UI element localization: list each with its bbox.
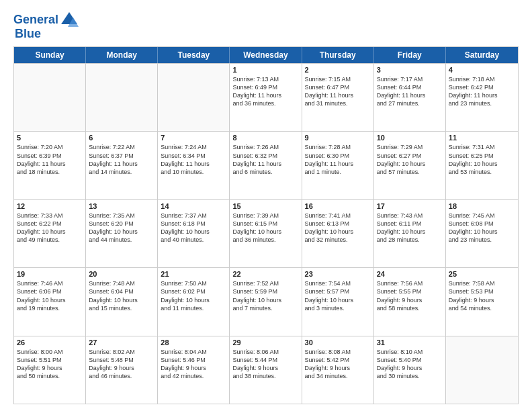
calendar-cell-day-14: 14Sunrise: 7:37 AM Sunset: 6:18 PM Dayli… [158, 200, 230, 267]
day-info: Sunrise: 7:46 AM Sunset: 6:06 PM Dayligh… [17, 279, 83, 312]
calendar-cell-day-4: 4Sunrise: 7:18 AM Sunset: 6:42 PM Daylig… [446, 64, 518, 131]
calendar-row-3: 12Sunrise: 7:33 AM Sunset: 6:22 PM Dayli… [14, 199, 518, 267]
day-number: 29 [232, 338, 298, 347]
day-number: 2 [305, 66, 371, 74]
calendar-cell-day-2: 2Sunrise: 7:15 AM Sunset: 6:47 PM Daylig… [302, 64, 374, 131]
calendar: SundayMondayTuesdayWednesdayThursdayFrid… [13, 46, 519, 404]
day-info: Sunrise: 7:26 AM Sunset: 6:32 PM Dayligh… [232, 143, 298, 176]
calendar-body: 1Sunrise: 7:13 AM Sunset: 6:49 PM Daylig… [14, 63, 518, 404]
day-info: Sunrise: 7:15 AM Sunset: 6:47 PM Dayligh… [305, 75, 371, 108]
day-info: Sunrise: 7:37 AM Sunset: 6:18 PM Dayligh… [161, 212, 226, 244]
header-cell-wednesday: Wednesday [230, 47, 302, 63]
day-info: Sunrise: 7:13 AM Sunset: 6:49 PM Dayligh… [232, 75, 298, 108]
day-number: 23 [305, 270, 371, 278]
day-number: 4 [449, 66, 515, 74]
calendar-cell-day-25: 25Sunrise: 7:58 AM Sunset: 5:53 PM Dayli… [446, 268, 518, 335]
day-number: 9 [305, 134, 371, 142]
day-info: Sunrise: 8:04 AM Sunset: 5:46 PM Dayligh… [161, 348, 226, 381]
calendar-row-4: 19Sunrise: 7:46 AM Sunset: 6:06 PM Dayli… [14, 267, 518, 335]
calendar-cell-day-23: 23Sunrise: 7:54 AM Sunset: 5:57 PM Dayli… [302, 268, 374, 335]
header: General Blue [13, 11, 519, 41]
calendar-cell-day-26: 26Sunrise: 8:00 AM Sunset: 5:51 PM Dayli… [14, 336, 86, 404]
day-info: Sunrise: 7:48 AM Sunset: 6:04 PM Dayligh… [89, 279, 154, 312]
day-info: Sunrise: 7:33 AM Sunset: 6:22 PM Dayligh… [17, 212, 83, 244]
calendar-cell-day-11: 11Sunrise: 7:31 AM Sunset: 6:25 PM Dayli… [446, 132, 518, 199]
day-info: Sunrise: 7:39 AM Sunset: 6:15 PM Dayligh… [232, 212, 298, 244]
day-number: 15 [232, 202, 298, 210]
day-number: 14 [161, 202, 226, 210]
calendar-cell-day-18: 18Sunrise: 7:45 AM Sunset: 6:08 PM Dayli… [446, 200, 518, 267]
calendar-cell-day-7: 7Sunrise: 7:24 AM Sunset: 6:34 PM Daylig… [158, 132, 230, 199]
calendar-cell-day-16: 16Sunrise: 7:41 AM Sunset: 6:13 PM Dayli… [302, 200, 374, 267]
header-cell-thursday: Thursday [302, 47, 374, 63]
calendar-cell-day-12: 12Sunrise: 7:33 AM Sunset: 6:22 PM Dayli… [14, 200, 86, 267]
header-cell-sunday: Sunday [14, 47, 86, 63]
day-info: Sunrise: 7:22 AM Sunset: 6:37 PM Dayligh… [89, 143, 154, 176]
calendar-cell-day-17: 17Sunrise: 7:43 AM Sunset: 6:11 PM Dayli… [374, 200, 446, 267]
day-info: Sunrise: 7:29 AM Sunset: 6:27 PM Dayligh… [377, 143, 443, 176]
day-number: 10 [377, 134, 443, 142]
calendar-cell-day-29: 29Sunrise: 8:06 AM Sunset: 5:44 PM Dayli… [230, 336, 302, 404]
calendar-cell-day-1: 1Sunrise: 7:13 AM Sunset: 6:49 PM Daylig… [230, 64, 302, 131]
day-info: Sunrise: 7:43 AM Sunset: 6:11 PM Dayligh… [377, 212, 443, 244]
day-number: 26 [17, 338, 83, 347]
calendar-cell-day-28: 28Sunrise: 8:04 AM Sunset: 5:46 PM Dayli… [158, 336, 230, 404]
calendar-cell-day-30: 30Sunrise: 8:08 AM Sunset: 5:42 PM Dayli… [302, 336, 374, 404]
calendar-cell-day-21: 21Sunrise: 7:50 AM Sunset: 6:02 PM Dayli… [158, 268, 230, 335]
calendar-cell-day-5: 5Sunrise: 7:20 AM Sunset: 6:39 PM Daylig… [14, 132, 86, 199]
day-number: 18 [449, 202, 515, 210]
logo: General Blue [13, 11, 79, 41]
day-number: 13 [89, 202, 154, 210]
calendar-row-2: 5Sunrise: 7:20 AM Sunset: 6:39 PM Daylig… [14, 131, 518, 199]
day-number: 30 [305, 338, 371, 347]
day-info: Sunrise: 7:50 AM Sunset: 6:02 PM Dayligh… [161, 279, 226, 312]
day-number: 5 [17, 134, 83, 142]
day-info: Sunrise: 7:56 AM Sunset: 5:55 PM Dayligh… [377, 279, 443, 312]
calendar-row-5: 26Sunrise: 8:00 AM Sunset: 5:51 PM Dayli… [14, 336, 518, 404]
logo-text: General [13, 13, 58, 27]
day-info: Sunrise: 8:00 AM Sunset: 5:51 PM Dayligh… [17, 348, 83, 381]
header-cell-monday: Monday [86, 47, 158, 63]
logo-icon [60, 11, 79, 30]
day-number: 19 [17, 270, 83, 278]
calendar-cell-day-20: 20Sunrise: 7:48 AM Sunset: 6:04 PM Dayli… [86, 268, 158, 335]
calendar-cell-day-6: 6Sunrise: 7:22 AM Sunset: 6:37 PM Daylig… [86, 132, 158, 199]
day-number: 25 [449, 270, 515, 278]
day-info: Sunrise: 7:58 AM Sunset: 5:53 PM Dayligh… [449, 279, 515, 312]
day-number: 16 [305, 202, 371, 210]
day-number: 17 [377, 202, 443, 210]
day-info: Sunrise: 7:20 AM Sunset: 6:39 PM Dayligh… [17, 143, 83, 176]
day-number: 22 [232, 270, 298, 278]
calendar-cell-day-13: 13Sunrise: 7:35 AM Sunset: 6:20 PM Dayli… [86, 200, 158, 267]
day-number: 24 [377, 270, 443, 278]
day-info: Sunrise: 7:31 AM Sunset: 6:25 PM Dayligh… [449, 143, 515, 176]
day-number: 12 [17, 202, 83, 210]
calendar-cell-empty [446, 336, 518, 404]
day-number: 21 [161, 270, 226, 278]
day-number: 11 [449, 134, 515, 142]
calendar-cell-empty [86, 64, 158, 131]
day-info: Sunrise: 7:18 AM Sunset: 6:42 PM Dayligh… [449, 75, 515, 108]
day-info: Sunrise: 7:17 AM Sunset: 6:44 PM Dayligh… [377, 75, 443, 108]
calendar-cell-day-24: 24Sunrise: 7:56 AM Sunset: 5:55 PM Dayli… [374, 268, 446, 335]
day-info: Sunrise: 7:24 AM Sunset: 6:34 PM Dayligh… [161, 143, 226, 176]
calendar-cell-day-3: 3Sunrise: 7:17 AM Sunset: 6:44 PM Daylig… [374, 64, 446, 131]
day-number: 6 [89, 134, 154, 142]
calendar-cell-day-22: 22Sunrise: 7:52 AM Sunset: 5:59 PM Dayli… [230, 268, 302, 335]
day-number: 1 [232, 66, 298, 74]
calendar-row-1: 1Sunrise: 7:13 AM Sunset: 6:49 PM Daylig… [14, 63, 518, 131]
day-number: 20 [89, 270, 154, 278]
calendar-cell-day-10: 10Sunrise: 7:29 AM Sunset: 6:27 PM Dayli… [374, 132, 446, 199]
calendar-cell-day-8: 8Sunrise: 7:26 AM Sunset: 6:32 PM Daylig… [230, 132, 302, 199]
day-info: Sunrise: 7:45 AM Sunset: 6:08 PM Dayligh… [449, 212, 515, 244]
day-info: Sunrise: 8:02 AM Sunset: 5:48 PM Dayligh… [89, 348, 154, 381]
calendar-cell-day-15: 15Sunrise: 7:39 AM Sunset: 6:15 PM Dayli… [230, 200, 302, 267]
day-info: Sunrise: 7:28 AM Sunset: 6:30 PM Dayligh… [305, 143, 371, 176]
calendar-header-row: SundayMondayTuesdayWednesdayThursdayFrid… [14, 47, 518, 63]
day-number: 3 [377, 66, 443, 74]
page: General Blue SundayMondayTuesdayWednesda… [0, 0, 532, 411]
day-info: Sunrise: 7:52 AM Sunset: 5:59 PM Dayligh… [232, 279, 298, 312]
calendar-cell-empty [158, 64, 230, 131]
calendar-cell-day-9: 9Sunrise: 7:28 AM Sunset: 6:30 PM Daylig… [302, 132, 374, 199]
header-cell-friday: Friday [374, 47, 446, 63]
